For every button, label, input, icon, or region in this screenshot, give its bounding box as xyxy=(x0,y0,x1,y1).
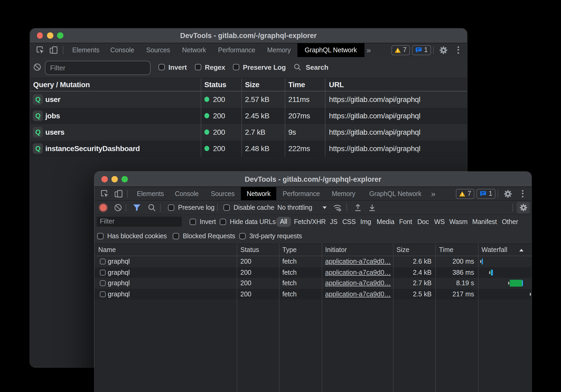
row-checkbox[interactable] xyxy=(100,259,106,265)
kebab-menu-icon[interactable] xyxy=(522,189,524,198)
checkbox[interactable] xyxy=(97,233,104,239)
column-separator[interactable] xyxy=(325,78,326,157)
filter-input[interactable]: Filter xyxy=(97,216,182,226)
more-tabs-icon[interactable]: » xyxy=(367,43,371,57)
preserve-log-checkbox[interactable]: Preserve Log xyxy=(233,57,286,77)
tab-network[interactable]: Network xyxy=(241,187,276,200)
network-settings-gear-icon[interactable] xyxy=(517,202,530,213)
initiator-link[interactable]: application-a7ca9d0… xyxy=(325,269,391,276)
throttling-select[interactable]: No throttling xyxy=(277,201,312,214)
type-filter-doc[interactable]: Doc xyxy=(417,215,429,228)
request-row[interactable]: graphql 200 fetch application-a7ca9d0… 2… xyxy=(95,267,531,278)
checkbox[interactable] xyxy=(168,204,174,211)
settings-gear-icon[interactable] xyxy=(439,45,448,54)
more-tabs-icon[interactable]: » xyxy=(431,187,436,200)
type-filter-other[interactable]: Other xyxy=(502,215,518,228)
column-header-waterfall[interactable]: Waterfall xyxy=(481,244,507,256)
messages-badge[interactable]: 1 xyxy=(476,189,495,199)
tab-graphql-network[interactable]: GraphQL Network xyxy=(362,187,429,200)
network-conditions-icon[interactable] xyxy=(333,203,342,212)
blocked-requests-checkbox[interactable]: Blocked Requests xyxy=(173,228,235,244)
type-filter-font[interactable]: Font xyxy=(399,215,412,228)
checkbox[interactable] xyxy=(190,218,196,225)
warnings-badge[interactable]: 7 xyxy=(456,189,474,199)
tab-elements[interactable]: Elements xyxy=(131,187,170,200)
row-checkbox[interactable] xyxy=(100,270,106,276)
type-filter-media[interactable]: Media xyxy=(377,215,394,228)
tab-sources[interactable]: Sources xyxy=(141,43,176,57)
type-filter-css[interactable]: CSS xyxy=(342,215,356,228)
import-har-icon[interactable] xyxy=(354,204,362,212)
column-separator[interactable] xyxy=(435,244,436,392)
column-header-status[interactable]: Status xyxy=(204,78,226,91)
tab-memory[interactable]: Memory xyxy=(261,43,297,57)
inspect-element-icon[interactable] xyxy=(100,189,109,198)
inspect-element-icon[interactable] xyxy=(36,45,45,54)
device-toolbar-icon[interactable] xyxy=(114,189,123,198)
column-separator[interactable] xyxy=(393,244,393,392)
column-header-query[interactable]: Query / Mutation xyxy=(33,78,90,91)
filter-funnel-icon[interactable] xyxy=(133,204,141,212)
initiator-link[interactable]: application-a7ca9d0… xyxy=(325,258,391,265)
settings-gear-icon[interactable] xyxy=(503,189,512,198)
column-separator[interactable] xyxy=(279,244,279,392)
column-separator[interactable] xyxy=(285,78,285,157)
device-toolbar-icon[interactable] xyxy=(49,45,58,54)
messages-badge[interactable]: 1 xyxy=(412,45,431,55)
row-checkbox[interactable] xyxy=(100,291,106,297)
column-header-initiator[interactable]: Initiator xyxy=(325,244,347,256)
titlebar[interactable]: DevTools - gitlab.com/-/graphql-explorer xyxy=(30,28,467,43)
column-header-size[interactable]: Size xyxy=(245,78,259,91)
tab-graphql-network[interactable]: GraphQL Network xyxy=(297,43,364,57)
warnings-badge[interactable]: 7 xyxy=(391,45,410,55)
checkbox[interactable] xyxy=(158,64,165,70)
titlebar[interactable]: DevTools - gitlab.com/-/graphql-explorer xyxy=(95,172,531,187)
initiator-link[interactable]: application-a7ca9d0… xyxy=(325,291,391,298)
export-har-icon[interactable] xyxy=(368,204,376,212)
tab-network[interactable]: Network xyxy=(176,43,212,57)
disable-cache-checkbox[interactable]: Disable cache xyxy=(223,201,274,214)
tab-elements[interactable]: Elements xyxy=(67,43,105,57)
tab-performance[interactable]: Performance xyxy=(277,187,326,200)
clear-icon[interactable] xyxy=(33,63,41,71)
clear-icon[interactable] xyxy=(114,204,122,212)
column-header-size[interactable]: Size xyxy=(396,244,409,256)
sort-ascending-icon[interactable] xyxy=(519,244,523,256)
tab-console[interactable]: Console xyxy=(169,187,204,200)
hide-data-urls-checkbox[interactable]: Hide data URLs xyxy=(220,215,276,228)
invert-checkbox[interactable]: Invert xyxy=(190,215,216,228)
type-filter-js[interactable]: JS xyxy=(330,215,338,228)
column-separator[interactable] xyxy=(321,244,322,392)
has-blocked-cookies-checkbox[interactable]: Has blocked cookies xyxy=(97,228,167,244)
column-separator[interactable] xyxy=(237,244,237,392)
column-header-time[interactable]: Time xyxy=(439,244,454,256)
column-separator[interactable] xyxy=(201,78,201,157)
checkbox[interactable] xyxy=(233,64,239,70)
type-filter-all[interactable]: All xyxy=(276,217,291,227)
checkbox[interactable] xyxy=(220,218,226,225)
column-separator[interactable] xyxy=(478,244,478,392)
request-row[interactable]: Q instanceSecurityDashboard 200 2.48 kB … xyxy=(30,140,467,157)
column-header-name[interactable]: Name xyxy=(98,244,116,256)
request-row[interactable]: graphql 200 fetch application-a7ca9d0… 2… xyxy=(95,278,531,289)
third-party-requests-checkbox[interactable]: 3rd-party requests xyxy=(239,228,302,244)
request-row[interactable]: Q jobs 200 2.45 kB 207ms https://gitlab.… xyxy=(30,108,467,124)
type-filter-ws[interactable]: WS xyxy=(434,215,445,228)
preserve-log-checkbox[interactable]: Preserve log xyxy=(168,201,214,214)
tab-console[interactable]: Console xyxy=(105,43,140,57)
checkbox[interactable] xyxy=(223,204,230,211)
tab-memory[interactable]: Memory xyxy=(326,187,361,200)
row-checkbox[interactable] xyxy=(100,281,106,286)
search-icon[interactable] xyxy=(148,204,156,212)
tab-performance[interactable]: Performance xyxy=(212,43,261,57)
search-button[interactable]: Search xyxy=(294,57,329,77)
dropdown-arrow-icon[interactable] xyxy=(322,206,327,209)
checkbox[interactable] xyxy=(173,233,179,239)
record-button[interactable] xyxy=(100,204,106,211)
column-header-url[interactable]: URL xyxy=(329,78,344,91)
column-header-type[interactable]: Type xyxy=(282,244,297,256)
type-filter-img[interactable]: Img xyxy=(360,215,371,228)
initiator-link[interactable]: application-a7ca9d0… xyxy=(325,280,391,287)
request-row[interactable]: Q user 200 2.57 kB 211ms https://gitlab.… xyxy=(30,91,467,108)
regex-checkbox[interactable]: Regex xyxy=(195,57,225,77)
